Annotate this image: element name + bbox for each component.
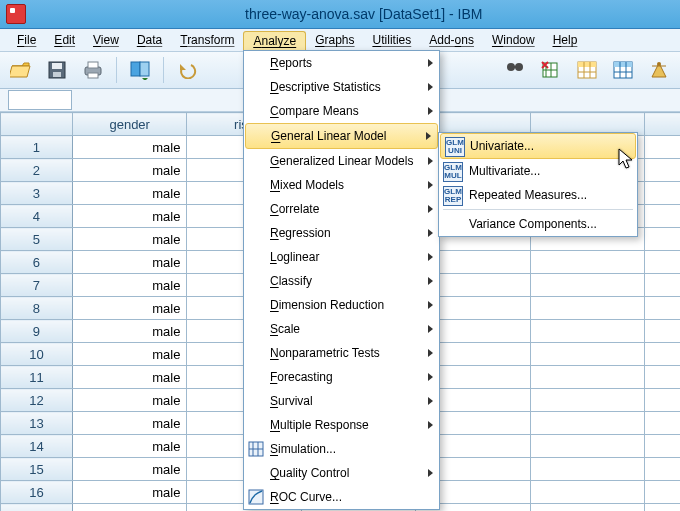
dialog-recall-button[interactable] [125, 56, 155, 84]
glm-item-univariate[interactable]: GLM UNIUnivariate... [440, 133, 636, 159]
cell[interactable]: male [72, 159, 187, 182]
row-header[interactable]: 7 [1, 274, 73, 297]
print-button[interactable] [78, 56, 108, 84]
cell[interactable] [645, 343, 680, 366]
weight-cases-button[interactable] [644, 56, 674, 84]
insert-cases-button[interactable] [536, 56, 566, 84]
analyze-item-simulation[interactable]: Simulation... [244, 437, 439, 461]
analyze-item-forecasting[interactable]: Forecasting [244, 365, 439, 389]
cell[interactable] [530, 366, 645, 389]
undo-button[interactable] [172, 56, 202, 84]
row-header[interactable]: 14 [1, 435, 73, 458]
cell[interactable] [645, 136, 680, 159]
cell[interactable]: male [72, 458, 187, 481]
analyze-item-mixed-models[interactable]: Mixed Models [244, 173, 439, 197]
row-header[interactable]: 16 [1, 481, 73, 504]
analyze-item-general-linear-model[interactable]: General Linear Model [245, 123, 438, 149]
menu-file[interactable]: File [8, 31, 45, 49]
column-header[interactable]: va [645, 113, 680, 136]
cell[interactable] [530, 435, 645, 458]
cell[interactable]: male [72, 297, 187, 320]
corner-cell[interactable] [1, 113, 73, 136]
cell[interactable] [645, 412, 680, 435]
cell[interactable]: male [72, 182, 187, 205]
cell[interactable] [645, 504, 680, 512]
cell[interactable] [645, 366, 680, 389]
row-header[interactable]: 15 [1, 458, 73, 481]
save-button[interactable] [42, 56, 72, 84]
menu-add-ons[interactable]: Add-ons [420, 31, 483, 49]
analyze-item-descriptive-statistics[interactable]: Descriptive Statistics [244, 75, 439, 99]
menu-analyze[interactable]: Analyze [243, 31, 306, 50]
cell[interactable] [645, 389, 680, 412]
cell[interactable] [530, 297, 645, 320]
cell[interactable] [645, 228, 680, 251]
row-header[interactable]: 2 [1, 159, 73, 182]
analyze-item-classify[interactable]: Classify [244, 269, 439, 293]
row-header[interactable]: 5 [1, 228, 73, 251]
menu-edit[interactable]: Edit [45, 31, 84, 49]
row-header[interactable]: 6 [1, 251, 73, 274]
menu-view[interactable]: View [84, 31, 128, 49]
cell[interactable]: male [72, 343, 187, 366]
glm-item-multivariate[interactable]: GLM MULMultivariate... [439, 159, 637, 183]
row-header[interactable]: 3 [1, 182, 73, 205]
glm-item-variance-components[interactable]: Variance Components... [439, 212, 637, 236]
cell[interactable]: male [72, 366, 187, 389]
cell[interactable] [530, 504, 645, 512]
cell[interactable] [645, 251, 680, 274]
analyze-item-quality-control[interactable]: Quality Control [244, 461, 439, 485]
row-header[interactable]: 1 [1, 136, 73, 159]
row-header[interactable]: 9 [1, 320, 73, 343]
menu-utilities[interactable]: Utilities [364, 31, 421, 49]
goto-variable-button[interactable] [572, 56, 602, 84]
cell[interactable] [530, 343, 645, 366]
menu-graphs[interactable]: Graphs [306, 31, 363, 49]
analyze-item-nonparametric-tests[interactable]: Nonparametric Tests [244, 341, 439, 365]
analyze-item-generalized-linear-models[interactable]: Generalized Linear Models [244, 149, 439, 173]
cell[interactable]: male [72, 274, 187, 297]
cell[interactable]: male [72, 251, 187, 274]
analyze-item-reports[interactable]: Reports [244, 51, 439, 75]
cell[interactable]: male [72, 205, 187, 228]
row-header[interactable]: 8 [1, 297, 73, 320]
cell[interactable]: male [72, 481, 187, 504]
cell[interactable] [530, 481, 645, 504]
menu-data[interactable]: Data [128, 31, 171, 49]
analyze-item-compare-means[interactable]: Compare Means [244, 99, 439, 123]
cell[interactable] [530, 389, 645, 412]
cell[interactable] [645, 320, 680, 343]
row-header[interactable]: 10 [1, 343, 73, 366]
open-button[interactable] [6, 56, 36, 84]
cell[interactable] [645, 481, 680, 504]
cell[interactable]: male [72, 389, 187, 412]
analyze-item-correlate[interactable]: Correlate [244, 197, 439, 221]
analyze-item-multiple-response[interactable]: Multiple Response [244, 413, 439, 437]
cell[interactable] [645, 274, 680, 297]
cell[interactable] [645, 182, 680, 205]
analyze-item-dimension-reduction[interactable]: Dimension Reduction [244, 293, 439, 317]
analyze-item-roc-curve[interactable]: ROC Curve... [244, 485, 439, 509]
cell[interactable] [645, 205, 680, 228]
cell[interactable] [645, 159, 680, 182]
find-button[interactable] [500, 56, 530, 84]
column-header[interactable]: gender [72, 113, 187, 136]
menu-window[interactable]: Window [483, 31, 544, 49]
cell[interactable] [530, 412, 645, 435]
cell[interactable] [645, 458, 680, 481]
cell[interactable]: male [72, 228, 187, 251]
cell[interactable]: male [72, 412, 187, 435]
cell[interactable] [530, 274, 645, 297]
row-header[interactable]: 12 [1, 389, 73, 412]
analyze-item-loglinear[interactable]: Loglinear [244, 245, 439, 269]
cell[interactable]: male [72, 435, 187, 458]
cell-reference-box[interactable] [8, 90, 72, 110]
menu-help[interactable]: Help [544, 31, 587, 49]
row-header[interactable]: 11 [1, 366, 73, 389]
analyze-item-scale[interactable]: Scale [244, 317, 439, 341]
cell[interactable]: male [72, 320, 187, 343]
row-header[interactable]: 13 [1, 412, 73, 435]
value-labels-button[interactable] [608, 56, 638, 84]
cell[interactable] [645, 297, 680, 320]
cell[interactable]: male [72, 136, 187, 159]
